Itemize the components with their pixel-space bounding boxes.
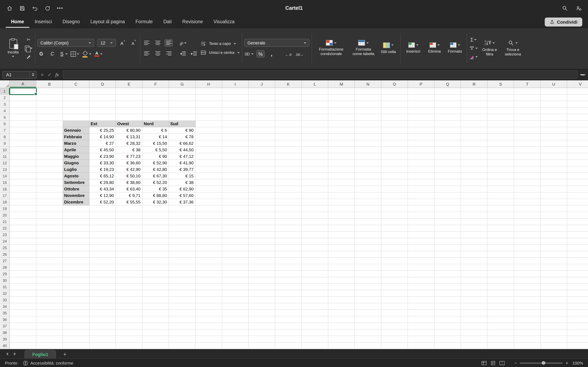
cell-P14[interactable]: [408, 173, 434, 179]
cell-P38[interactable]: [408, 329, 434, 336]
cell-T18[interactable]: [514, 199, 541, 206]
cell-B19[interactable]: [36, 206, 63, 212]
cell-O23[interactable]: [381, 232, 408, 238]
cell-D33[interactable]: [89, 297, 116, 303]
cell-G29[interactable]: [169, 271, 196, 277]
cell-T36[interactable]: [514, 317, 541, 323]
cell-L16[interactable]: [302, 186, 328, 192]
row-header-36[interactable]: 36: [0, 317, 10, 323]
cell-D34[interactable]: [89, 303, 116, 310]
decrease-decimal-button[interactable]: [295, 50, 303, 58]
cell-A18[interactable]: [10, 199, 36, 206]
cell-G27[interactable]: [169, 258, 196, 264]
cell-I15[interactable]: [222, 179, 249, 186]
tab-inserisci[interactable]: Inserisci: [29, 16, 57, 28]
cell-H7[interactable]: [196, 127, 222, 134]
cell-S10[interactable]: [488, 147, 514, 153]
cell-I3[interactable]: [222, 101, 249, 108]
cell-C24[interactable]: [63, 238, 89, 245]
cell-V13[interactable]: [567, 166, 588, 173]
cell-K38[interactable]: [275, 329, 302, 336]
cell-P37[interactable]: [408, 323, 434, 329]
cell-N22[interactable]: [355, 225, 381, 232]
cell-A30[interactable]: [10, 277, 36, 284]
cell-A13[interactable]: [10, 166, 36, 173]
row-header-39[interactable]: 39: [0, 336, 10, 342]
cell-V35[interactable]: [567, 310, 588, 317]
cell-B2[interactable]: [36, 95, 63, 101]
cell-U26[interactable]: [541, 251, 567, 258]
cell-R22[interactable]: [461, 225, 488, 232]
cell-V12[interactable]: [567, 160, 588, 166]
number-format-select[interactable]: Generale: [244, 39, 310, 47]
cell-H4[interactable]: [196, 108, 222, 114]
cell-G8[interactable]: € 78: [169, 134, 196, 140]
cell-T6[interactable]: [514, 121, 541, 127]
cell-V20[interactable]: [567, 212, 588, 218]
cell-O21[interactable]: [381, 218, 408, 225]
cell-D18[interactable]: € 52,20: [89, 199, 116, 206]
cell-R14[interactable]: [461, 173, 488, 179]
cell-B38[interactable]: [36, 329, 63, 336]
cell-P19[interactable]: [408, 206, 434, 212]
cell-S5[interactable]: [488, 114, 514, 121]
cell-J25[interactable]: [249, 245, 275, 251]
cell-R24[interactable]: [461, 238, 488, 245]
cell-M9[interactable]: [328, 140, 355, 147]
cell-E36[interactable]: [116, 317, 143, 323]
cell-G16[interactable]: € 62,90: [169, 186, 196, 192]
cell-E11[interactable]: € 77,23: [116, 153, 143, 160]
cell-J22[interactable]: [249, 225, 275, 232]
cell-I37[interactable]: [222, 323, 249, 329]
cell-N27[interactable]: [355, 258, 381, 264]
cell-Q7[interactable]: [434, 127, 461, 134]
cell-N38[interactable]: [355, 329, 381, 336]
cell-D16[interactable]: € 43,34: [89, 186, 116, 192]
row-header-6[interactable]: 6: [0, 121, 10, 127]
cell-E32[interactable]: [116, 290, 143, 297]
cell-B15[interactable]: [36, 179, 63, 186]
cell-F19[interactable]: [143, 206, 169, 212]
find-select-button[interactable]: Trova e seleziona: [502, 39, 524, 57]
cell-J15[interactable]: [249, 179, 275, 186]
cell-N40[interactable]: [355, 342, 381, 349]
cell-Q17[interactable]: [434, 192, 461, 199]
cell-F9[interactable]: € 15,50: [143, 140, 169, 147]
cell-P34[interactable]: [408, 303, 434, 310]
cell-A34[interactable]: [10, 303, 36, 310]
cell-Q34[interactable]: [434, 303, 461, 310]
cell-E21[interactable]: [116, 218, 143, 225]
cell-M4[interactable]: [328, 108, 355, 114]
cell-V26[interactable]: [567, 251, 588, 258]
cell-M36[interactable]: [328, 317, 355, 323]
cell-M32[interactable]: [328, 290, 355, 297]
cell-J1[interactable]: [249, 88, 275, 95]
cell-R39[interactable]: [461, 336, 488, 342]
cell-Q6[interactable]: [434, 121, 461, 127]
cell-I36[interactable]: [222, 317, 249, 323]
cell-D7[interactable]: € 25,25: [89, 127, 116, 134]
row-header-10[interactable]: 10: [0, 147, 10, 153]
cell-P4[interactable]: [408, 108, 434, 114]
cell-J14[interactable]: [249, 173, 275, 179]
cell-K21[interactable]: [275, 218, 302, 225]
cell-E18[interactable]: € 55,55: [116, 199, 143, 206]
comma-style-button[interactable]: [268, 50, 276, 58]
cell-O11[interactable]: [381, 153, 408, 160]
cell-G25[interactable]: [169, 245, 196, 251]
cell-I6[interactable]: [222, 121, 249, 127]
sheet-tab-foglio1[interactable]: Foglio1: [25, 350, 56, 359]
name-box-spinner[interactable]: [29, 71, 36, 78]
cell-V11[interactable]: [567, 153, 588, 160]
cell-K10[interactable]: [275, 147, 302, 153]
cell-C8[interactable]: Febbraio: [63, 134, 89, 140]
column-header-C[interactable]: C: [63, 80, 89, 88]
cell-N21[interactable]: [355, 218, 381, 225]
cell-G26[interactable]: [169, 251, 196, 258]
cell-A6[interactable]: [10, 121, 36, 127]
cell-G24[interactable]: [169, 238, 196, 245]
cell-J26[interactable]: [249, 251, 275, 258]
cell-D38[interactable]: [89, 329, 116, 336]
row-header-25[interactable]: 25: [0, 245, 10, 251]
cell-N10[interactable]: [355, 147, 381, 153]
